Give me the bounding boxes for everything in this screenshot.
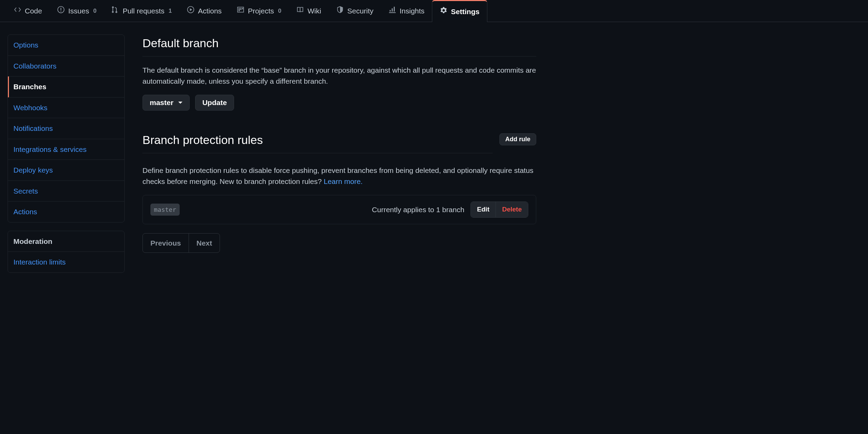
- sidebar-item-interaction-limits[interactable]: Interaction limits: [8, 252, 124, 272]
- sidebar-item-actions[interactable]: Actions: [8, 202, 124, 222]
- tab-label: Insights: [400, 6, 424, 17]
- default-branch-title: Default branch: [142, 34, 536, 56]
- pager-next[interactable]: Next: [189, 234, 220, 253]
- tab-wiki[interactable]: Wiki: [289, 0, 329, 22]
- edit-rule-button[interactable]: Edit: [471, 202, 496, 217]
- tab-code[interactable]: Code: [6, 0, 50, 22]
- protection-description: Define branch protection rules to disabl…: [142, 165, 536, 187]
- learn-more-link[interactable]: Learn more.: [324, 177, 362, 185]
- sidebar-item-secrets[interactable]: Secrets: [8, 181, 124, 202]
- rule-pattern: master: [150, 204, 180, 216]
- settings-main: Default branch The default branch is con…: [142, 34, 536, 273]
- tab-count: 0: [278, 7, 281, 16]
- protection-header: Branch protection rules Add rule: [142, 131, 536, 157]
- tab-pulls[interactable]: Pull requests1: [104, 0, 179, 22]
- sidebar-item-deploy-keys[interactable]: Deploy keys: [8, 160, 124, 181]
- default-branch-selector[interactable]: master: [142, 95, 190, 111]
- tab-label: Projects: [248, 6, 274, 17]
- issue-icon: [57, 6, 65, 17]
- tab-label: Code: [25, 6, 42, 17]
- shield-icon: [336, 6, 344, 17]
- graph-icon: [389, 6, 396, 17]
- protection-rule-row: master Currently applies to 1 branch Edi…: [142, 195, 536, 224]
- sidebar-item-collaborators[interactable]: Collaborators: [8, 56, 124, 77]
- default-branch-description: The default branch is considered the “ba…: [142, 65, 536, 86]
- sidebar-item-integrations-services[interactable]: Integrations & services: [8, 139, 124, 160]
- tab-actions[interactable]: Actions: [179, 0, 229, 22]
- update-default-branch-button[interactable]: Update: [195, 95, 234, 111]
- tab-projects[interactable]: Projects0: [229, 0, 289, 22]
- gear-icon: [440, 6, 447, 17]
- tab-label: Settings: [451, 6, 479, 17]
- tab-label: Actions: [198, 6, 222, 17]
- tab-label: Security: [347, 6, 373, 17]
- tab-issues[interactable]: Issues0: [50, 0, 104, 22]
- tab-label: Issues: [68, 6, 89, 17]
- sidebar-item-options[interactable]: Options: [8, 35, 124, 56]
- tab-label: Pull requests: [123, 6, 164, 17]
- project-icon: [237, 6, 244, 17]
- default-branch-title-text: Default branch: [142, 34, 219, 52]
- default-branch-controls: master Update: [142, 95, 536, 111]
- tab-count: 1: [169, 7, 172, 16]
- rule-actions: Currently applies to 1 branch Edit Delet…: [372, 202, 528, 218]
- pr-icon: [112, 6, 119, 17]
- moderation-header: Moderation: [8, 231, 124, 252]
- settings-sidebar: OptionsCollaboratorsBranchesWebhooksNoti…: [8, 34, 125, 273]
- tab-count: 0: [93, 7, 96, 16]
- page-body: OptionsCollaboratorsBranchesWebhooksNoti…: [0, 22, 544, 293]
- default-branch-selector-label: master: [150, 99, 173, 107]
- moderation-menu: ModerationInteraction limits: [8, 231, 125, 273]
- settings-menu: OptionsCollaboratorsBranchesWebhooksNoti…: [8, 34, 125, 223]
- book-icon: [296, 6, 304, 17]
- repo-tabs: CodeIssues0Pull requests1ActionsProjects…: [0, 0, 868, 22]
- code-icon: [14, 6, 21, 17]
- sidebar-item-branches[interactable]: Branches: [8, 76, 124, 97]
- rule-pager: Previous Next: [142, 233, 220, 253]
- tab-insights[interactable]: Insights: [381, 0, 432, 22]
- sidebar-item-notifications[interactable]: Notifications: [8, 118, 124, 139]
- add-rule-button[interactable]: Add rule: [499, 133, 536, 145]
- sidebar-item-webhooks[interactable]: Webhooks: [8, 97, 124, 118]
- protection-title: Branch protection rules: [142, 131, 493, 153]
- rule-buttons: Edit Delete: [470, 202, 528, 218]
- pager-previous[interactable]: Previous: [143, 234, 189, 253]
- protection-title-text: Branch protection rules: [142, 131, 263, 149]
- tab-security[interactable]: Security: [329, 0, 381, 22]
- tab-label: Wiki: [307, 6, 321, 17]
- delete-rule-button[interactable]: Delete: [496, 202, 528, 217]
- play-icon: [187, 6, 194, 17]
- rule-applies-text: Currently applies to 1 branch: [372, 204, 464, 215]
- tab-settings[interactable]: Settings: [432, 0, 487, 22]
